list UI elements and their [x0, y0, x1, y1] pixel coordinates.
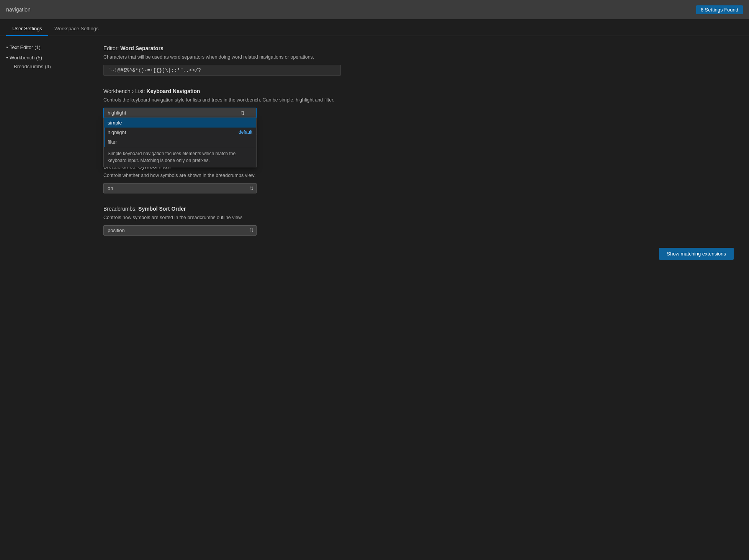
dropdown-item-highlight[interactable]: highlight default	[104, 128, 256, 137]
dropdown-selected-value: highlight	[108, 110, 126, 116]
breadcrumbs-symbol-sort-order-select-container: position name type ⇅	[103, 225, 257, 236]
sidebar-item-breadcrumbs[interactable]: Breadcrumbs (4)	[0, 62, 88, 71]
default-badge: default	[239, 129, 252, 135]
setting-breadcrumbs-symbol-path-desc: Controls whether and how symbols are sho…	[103, 172, 734, 179]
setting-word-separators-desc: Characters that will be used as word sep…	[103, 54, 734, 61]
setting-breadcrumbs-symbol-path: Breadcrumbs: Symbol Path Controls whethe…	[103, 164, 734, 193]
sidebar-section-workbench: ▾ Workbench (5) Breadcrumbs (4)	[0, 52, 88, 72]
sidebar: ▾ Text Editor (1) ▾ Workbench (5) Breadc…	[0, 36, 88, 560]
breadcrumbs-symbol-path-select[interactable]: on off last	[103, 183, 257, 193]
word-separators-value: `~!@#$%^&*()-=+[{}]\|;:'",.<>/?	[103, 65, 341, 76]
content-area: Editor: Word Separators Characters that …	[88, 36, 749, 560]
arrow-icon: ▾	[6, 45, 8, 49]
keyboard-navigation-dropdown[interactable]: highlight ⇅ simple highlight default fil…	[103, 108, 257, 118]
dropdown-item-filter-label: filter	[108, 139, 117, 145]
chevron-updown-icon: ⇅	[240, 110, 245, 116]
settings-found-badge: 6 Settings Found	[696, 5, 743, 14]
breadcrumbs-symbol-path-select-container: on off last ⇅	[103, 183, 257, 193]
sidebar-item-text-editor[interactable]: ▾ Text Editor (1)	[0, 43, 88, 52]
dropdown-description: Simple keyboard navigation focuses eleme…	[104, 147, 256, 167]
sidebar-item-workbench[interactable]: ▾ Workbench (5)	[0, 53, 88, 62]
tab-user-settings[interactable]: User Settings	[6, 23, 48, 36]
setting-keyboard-navigation: Workbench › List: Keyboard Navigation Co…	[103, 88, 734, 118]
setting-keyboard-navigation-desc: Controls the keyboard navigation style f…	[103, 97, 734, 104]
tabs-bar: User Settings Workspace Settings	[0, 19, 749, 36]
dropdown-trigger[interactable]: highlight ⇅	[103, 108, 257, 118]
setting-breadcrumbs-symbol-sort-order-desc: Controls how symbols are sorted in the b…	[103, 214, 734, 221]
sidebar-item-text-editor-label: Text Editor (1)	[10, 44, 41, 50]
search-input[interactable]: navigation	[6, 7, 696, 13]
setting-word-separators-title: Editor: Word Separators	[103, 45, 734, 51]
tab-workspace-settings[interactable]: Workspace Settings	[48, 23, 105, 36]
dropdown-item-filter[interactable]: filter	[104, 137, 256, 147]
setting-keyboard-navigation-title: Workbench › List: Keyboard Navigation	[103, 88, 734, 94]
arrow-icon-workbench: ▾	[6, 56, 8, 60]
breadcrumbs-symbol-sort-order-select[interactable]: position name type	[103, 225, 257, 236]
setting-breadcrumbs-symbol-sort-order-title: Breadcrumbs: Symbol Sort Order	[103, 206, 734, 212]
setting-word-separators: Editor: Word Separators Characters that …	[103, 45, 734, 76]
show-matching-extensions-button[interactable]: Show matching extensions	[659, 248, 734, 260]
dropdown-item-simple[interactable]: simple	[104, 118, 256, 128]
sidebar-item-workbench-label: Workbench (5)	[10, 55, 42, 61]
dropdown-item-simple-label: simple	[108, 120, 122, 126]
sidebar-section-text-editor: ▾ Text Editor (1)	[0, 42, 88, 52]
setting-breadcrumbs-symbol-sort-order: Breadcrumbs: Symbol Sort Order Controls …	[103, 206, 734, 236]
sidebar-item-breadcrumbs-label: Breadcrumbs (4)	[14, 64, 51, 69]
main-layout: ▾ Text Editor (1) ▾ Workbench (5) Breadc…	[0, 36, 749, 560]
dropdown-menu: simple highlight default filter Simple k…	[103, 118, 257, 167]
dropdown-item-highlight-label: highlight	[108, 129, 126, 135]
search-bar: navigation 6 Settings Found	[0, 0, 749, 19]
